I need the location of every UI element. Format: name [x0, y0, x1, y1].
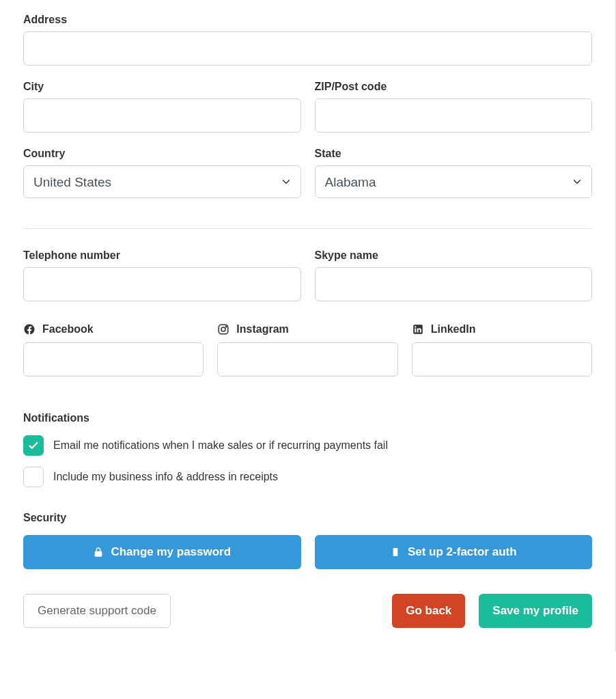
- linkedin-label-row: LinkedIn: [412, 323, 592, 335]
- skype-group: Skype name: [315, 249, 593, 301]
- include-business-label: Include my business info & address in re…: [53, 471, 278, 483]
- include-business-row: Include my business info & address in re…: [23, 467, 592, 487]
- telephone-group: Telephone number: [23, 249, 301, 301]
- divider: [23, 228, 592, 229]
- two-factor-button[interactable]: Set up 2-factor auth: [315, 535, 593, 569]
- linkedin-input[interactable]: [412, 342, 592, 376]
- skype-label: Skype name: [315, 249, 593, 262]
- check-icon: [27, 439, 40, 452]
- go-back-label: Go back: [406, 604, 451, 618]
- country-select[interactable]: United States: [23, 165, 301, 198]
- phone-icon: [390, 547, 401, 558]
- facebook-label: Facebook: [42, 323, 94, 335]
- go-back-button[interactable]: Go back: [392, 594, 465, 628]
- instagram-input[interactable]: [217, 342, 397, 376]
- generate-support-code-label: Generate support code: [38, 604, 156, 618]
- svg-point-1: [221, 327, 225, 331]
- address-label: Address: [23, 14, 592, 26]
- change-password-button[interactable]: Change my password: [23, 535, 301, 569]
- state-group: State Alabama: [315, 148, 593, 198]
- address-group: Address: [23, 14, 592, 66]
- telephone-label: Telephone number: [23, 249, 301, 262]
- state-select[interactable]: Alabama: [315, 165, 593, 198]
- zip-label: ZIP/Post code: [315, 81, 593, 93]
- linkedin-label: LinkedIn: [431, 323, 476, 335]
- footer-row: Generate support code Go back Save my pr…: [23, 594, 592, 628]
- notifications-section: Notifications Email me notifications whe…: [23, 412, 592, 487]
- facebook-group: Facebook: [23, 323, 204, 376]
- include-business-checkbox[interactable]: [23, 467, 44, 487]
- change-password-label: Change my password: [111, 545, 231, 559]
- instagram-label-row: Instagram: [217, 323, 397, 335]
- city-label: City: [23, 81, 301, 93]
- instagram-icon: [217, 323, 229, 335]
- two-factor-label: Set up 2-factor auth: [408, 545, 517, 559]
- telephone-input[interactable]: [23, 267, 301, 301]
- save-profile-label: Save my profile: [492, 604, 578, 618]
- save-profile-button[interactable]: Save my profile: [479, 594, 592, 628]
- skype-input[interactable]: [315, 267, 593, 301]
- state-label: State: [315, 148, 593, 160]
- city-group: City: [23, 81, 301, 133]
- email-sales-checkbox[interactable]: [23, 435, 44, 456]
- address-input[interactable]: [23, 31, 592, 66]
- footer-right: Go back Save my profile: [392, 594, 592, 628]
- country-group: Country United States: [23, 148, 301, 198]
- facebook-input[interactable]: [23, 342, 204, 376]
- security-heading: Security: [23, 512, 592, 524]
- email-sales-label: Email me notifications when I make sales…: [53, 439, 388, 452]
- instagram-group: Instagram: [217, 323, 397, 376]
- notifications-heading: Notifications: [23, 412, 592, 424]
- lock-icon: [93, 547, 104, 558]
- zip-group: ZIP/Post code: [315, 81, 593, 133]
- country-label: Country: [23, 148, 301, 160]
- email-sales-row: Email me notifications when I make sales…: [23, 435, 592, 456]
- instagram-label: Instagram: [236, 323, 288, 335]
- svg-rect-3: [393, 548, 398, 556]
- zip-input[interactable]: [315, 98, 593, 133]
- linkedin-icon: [412, 323, 424, 335]
- city-input[interactable]: [23, 98, 301, 133]
- facebook-icon: [23, 323, 36, 335]
- security-section: Security Change my password Set up 2-fac…: [23, 512, 592, 569]
- linkedin-group: LinkedIn: [412, 323, 592, 376]
- generate-support-code-button[interactable]: Generate support code: [23, 594, 171, 628]
- svg-point-2: [226, 326, 227, 327]
- facebook-label-row: Facebook: [23, 323, 204, 335]
